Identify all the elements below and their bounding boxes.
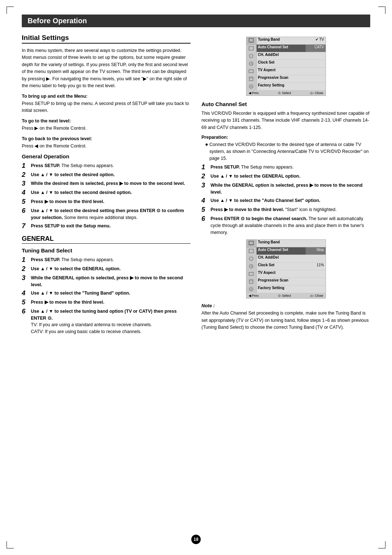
menu1-footer-select: ⊙ Select [278,91,291,95]
menu1-row-icon-0 [246,45,257,52]
to-go-back-section: To go back to the previous level: Press … [22,135,191,150]
menu1-footer: ◀ Prev. ⊙ Select ♪▷ Close [246,90,326,96]
svg-line-19 [251,266,252,267]
menu2-row-icon-4 [246,278,257,285]
menu2-row-value-3 [306,270,326,278]
menu2-row-icon-0 [246,247,257,255]
step-bold-5: Press ▶ to move to the third level. [31,199,104,204]
ac-step-3: 3 While the GENERAL option is selected, … [201,182,370,196]
menu1-row-label-0: Auto Channel Set [257,45,306,52]
page-container: Before Operation Initial Settings In thi… [0,0,392,555]
to-go-back-text: Press ◀ on the Remote Control. [22,143,86,149]
to-go-next-text: Press ▶ on the Remote Control. [22,126,86,131]
step-content-6: Use ▲ / ▼ to select the desired setting … [31,207,191,221]
menu1-row-2: Clock Set [246,60,326,68]
menu2-row-icon-1 [246,255,257,262]
menu1-row-value-2 [306,60,326,67]
tb-step-bold-3: While the GENERAL option is selected, pr… [31,275,183,287]
tuning-band-steps: 1 Press SETUP. The Setup menu appears. 2… [22,256,191,335]
preparation-label: Preparation: [201,135,370,140]
ac-step-content-3: While the GENERAL option is selected, pr… [211,182,370,196]
ac-step-bold-2: Use ▲ / ▼ to select the GENERAL option. [211,174,300,179]
menu1-header-label: Tuning Band [257,37,306,44]
svg-rect-13 [249,241,253,245]
to-bring-up-section: To bring up and exit the Menu: Press SET… [22,93,191,114]
menu1-row-icon-5 [246,83,257,90]
step-num-7: 7 [22,223,29,230]
ac-step-6: 6 Press ENTER ⊙ to begin the channel sea… [201,215,370,236]
ac-step-2: 2 Use ▲ / ▼ to select the GENERAL option… [201,173,370,180]
step-content-4: Use ▲ / ▼ to select the second desired o… [31,189,191,196]
menu1-row-value-3 [306,68,326,75]
menu2-row-value-5 [306,285,326,293]
ac-step-bold-3: While the GENERAL option is selected, pr… [211,183,363,195]
ac-step-content-6: Press ENTER ⊙ to begin the channel searc… [211,215,370,236]
preparation-body: Connect the VCR/DVD Recorder to the desi… [209,141,370,162]
corner-mark-bl [7,541,14,548]
tb-step-1: 1 Press SETUP. The Setup menu appears. [22,256,191,264]
menu2-row-1: CH. Add/Del [246,255,326,263]
menu2-row-0: Auto Channel SetStop [246,247,326,255]
menu1-row-1: CH. Add/Del [246,52,326,60]
menu-screenshot-1: Tuning Band ✔ TV Auto Channel SetCATVCH.… [246,37,326,96]
menu2-row-label-5: Factory Setting [257,285,306,293]
ac-step-num-2: 2 [201,173,209,180]
tb-step-num-3: 3 [22,275,29,282]
menu2-footer-close: ♪▷ Close [310,294,323,297]
menu2-row-value-4 [306,278,326,285]
ac-step-5: 5 Press ▶ to move to the third level. "S… [201,206,370,214]
step-bold-3: While the desired item is selected, pres… [31,181,185,186]
menu1-row-label-1: CH. Add/Del [257,52,306,60]
ac-step-num-4: 4 [201,197,209,204]
step-4: 4 Use ▲ / ▼ to select the second desired… [22,189,191,197]
step-num-3: 3 [22,180,29,187]
step-num-4: 4 [22,189,29,197]
menu2-header-value [306,240,326,247]
menu1-footer-prev: ◀ Prev. [249,91,260,95]
ac-step-content-1: Press SETUP. The Setup menu appears. [211,164,370,171]
menu1-header-icon [246,37,257,44]
menu1-row-icon-4 [246,75,257,82]
tb-step-content-1: Press SETUP. The Setup menu appears. [31,256,191,263]
menu2-row-icon-2 [246,263,257,270]
ac-step-num-1: 1 [201,164,209,171]
step-3: 3 While the desired item is selected, pr… [22,180,191,187]
svg-rect-2 [249,46,253,50]
menu2-row-label-0: Auto Channel Set [257,247,306,255]
menu1-row-label-3: TV Aspect [257,68,306,75]
menu1-row-icon-3 [246,68,257,75]
tb-step-num-1: 1 [22,256,29,264]
to-go-next-section: To go to the next level: Press ▶ on the … [22,118,191,132]
step-num-2: 2 [22,171,29,179]
step-content-7: Press SETUP to exit the Setup menu. [31,223,191,230]
tb-step-5: 5 Press ▶ to move to the third level. [22,299,191,306]
tb-step-content-6: Use ▲ / ▼ to select the tuning band opti… [31,308,191,335]
step-num-5: 5 [22,198,29,206]
initial-settings-title: Initial Settings [22,34,191,44]
step-content-5: Press ▶ to move to the third level. [31,198,191,205]
step-content-3: While the desired item is selected, pres… [31,180,191,187]
tb-step-3: 3 While the GENERAL option is selected, … [22,275,191,288]
svg-line-6 [251,64,252,64]
menu1-row-3: TV Aspect [246,68,326,75]
menu2-footer-prev: ◀ Prev. [249,294,260,297]
general-operation-steps: 1 Press SETUP. The Setup menu appears. 2… [22,162,191,230]
tb-step-num-6: 6 [22,308,29,315]
menu2-header-icon [246,240,257,247]
menu2-row-icon-3 [246,270,257,278]
svg-rect-0 [249,39,253,42]
general-section-title: GENERAL [22,235,191,244]
bullet-dot: ● [205,141,209,147]
note-title: Note [201,303,370,308]
auto-channel-body: This VCR/DVD Recorder is equipped with a… [201,110,370,131]
ac-step-content-5: Press ▶ to move to the third level. "Sta… [211,206,370,213]
page-number: 18 [191,535,201,544]
menu1-header-row: Tuning Band ✔ TV [246,37,326,45]
svg-rect-1 [250,42,252,42]
step-content-1: Press SETUP. The Setup menu appears. [31,162,191,169]
page-header: Before Operation [22,15,370,27]
menu2-row-label-2: Clock Set [257,263,306,270]
right-column: Tuning Band ✔ TV Auto Channel SetCATVCH.… [201,34,370,339]
step-bold-4: Use ▲ / ▼ to select the second desired o… [31,190,132,195]
menu2-footer-select: ⊙ Select [278,294,291,297]
